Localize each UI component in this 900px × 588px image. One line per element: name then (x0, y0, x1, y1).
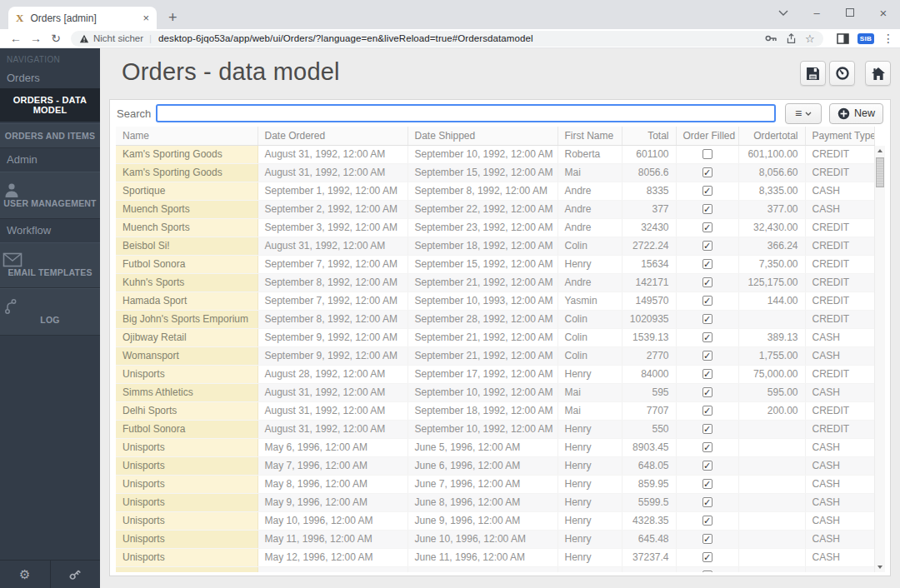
order-filled-checkbox[interactable] (702, 571, 712, 572)
key-icon (68, 566, 83, 582)
order-filled-checkbox[interactable] (702, 516, 712, 526)
back-button[interactable]: ← (6, 32, 26, 44)
side-panel-icon[interactable] (837, 33, 849, 44)
table-row[interactable]: Muench SportsSeptember 3, 1992, 12:00 AM… (116, 218, 874, 237)
window-minimize-button[interactable]: – (800, 0, 833, 25)
order-filled-checkbox[interactable] (702, 204, 712, 214)
table-row[interactable]: UnisportsMay 10, 1996, 12:00 AMJune 9, 1… (116, 511, 874, 530)
order-filled-checkbox[interactable] (702, 186, 712, 196)
order-filled-checkbox[interactable] (702, 369, 712, 379)
order-filled-checkbox[interactable] (702, 351, 712, 361)
table-row[interactable]: UnisportsMay 11, 1996, 12:00 AMJune 10, … (116, 530, 874, 548)
sidebar-item-workflow[interactable]: Workflow (0, 221, 100, 241)
sidebar-item-email-templates[interactable]: EMAIL TEMPLATES (0, 242, 100, 288)
column-header-ordertotal[interactable]: Ordertotal (738, 127, 805, 145)
table-row[interactable]: WomansportSeptember 9, 1992, 12:00 AMSep… (116, 346, 874, 365)
table-row[interactable]: Kuhn's SportsSeptember 8, 1992, 12:00 AM… (116, 273, 874, 292)
table-row[interactable]: Futbol SonoraSeptember 7, 1992, 12:00 AM… (116, 255, 874, 273)
table-row[interactable]: Hamada SportSeptember 7, 1992, 12:00 AMS… (116, 292, 874, 310)
cell-date-shipped: September 21, 1992, 12:00 AM (408, 346, 558, 365)
sidebar-item-log[interactable]: LOG (0, 288, 100, 336)
extension-badge[interactable]: SIB (858, 33, 874, 44)
home-button[interactable] (865, 61, 891, 86)
vertical-scrollbar[interactable] (874, 146, 885, 572)
table-row[interactable]: UnisportsMay 7, 1996, 12:00 AMJune 6, 19… (116, 456, 874, 475)
sidebar-item-orders-data-model[interactable]: ORDERS - DATA MODEL (0, 88, 100, 122)
scroll-up-arrow-icon[interactable] (875, 146, 885, 156)
settings-button[interactable]: ⚙ (0, 561, 51, 588)
forward-button[interactable]: → (26, 32, 46, 44)
column-header-payment-type[interactable]: Payment Type (805, 127, 874, 145)
order-filled-checkbox[interactable] (702, 497, 712, 507)
table-row[interactable]: UnisportsMay 12, 1996, 12:00 AMJune 11, … (116, 548, 874, 566)
save-button[interactable] (800, 61, 826, 86)
cell-name: Womansport (116, 346, 258, 365)
table-row[interactable]: Ojibway RetailSeptember 9, 1992, 12:00 A… (116, 328, 874, 346)
order-filled-checkbox[interactable] (702, 259, 712, 269)
sidebar-item-orders-and-items[interactable]: ORDERS AND ITEMS (0, 123, 100, 148)
order-filled-checkbox[interactable] (702, 277, 712, 287)
reload-button[interactable]: ↻ (46, 32, 66, 44)
browser-menu-icon[interactable]: ⋮ (882, 32, 894, 45)
order-filled-checkbox[interactable] (702, 314, 712, 324)
window-maximize-button[interactable] (833, 0, 867, 25)
new-record-button[interactable]: New (829, 103, 883, 124)
browser-menu-chevron-icon[interactable] (767, 0, 800, 25)
column-header-date-ordered[interactable]: Date Ordered (258, 127, 408, 145)
scrollbar-thumb[interactable] (876, 157, 884, 187)
column-header-date-shipped[interactable]: Date Shipped (408, 127, 558, 145)
window-close-button[interactable]: × (867, 0, 900, 25)
order-filled-checkbox[interactable] (702, 534, 712, 544)
order-filled-checkbox[interactable] (702, 149, 712, 159)
table-row[interactable]: Futbol SonoraAugust 31, 1992, 12:00 AMSe… (116, 420, 874, 438)
order-filled-checkbox[interactable] (702, 222, 712, 232)
order-filled-checkbox[interactable] (702, 424, 712, 434)
table-row[interactable]: UnisportsAugust 28, 1992, 12:00 AMSeptem… (116, 365, 874, 383)
column-header-first-name[interactable]: First Name (558, 127, 622, 145)
table-row[interactable]: Big John's Sports EmporiumSeptember 8, 1… (116, 310, 874, 328)
bookmark-star-icon[interactable]: ☆ (805, 32, 815, 45)
table-row[interactable]: Delhi SportsAugust 31, 1992, 12:00 AMSep… (116, 401, 874, 420)
new-tab-button[interactable]: + (168, 7, 178, 29)
table-row[interactable] (116, 566, 874, 572)
order-filled-checkbox[interactable] (702, 332, 712, 342)
order-filled-checkbox[interactable] (702, 479, 712, 489)
share-icon[interactable] (786, 33, 797, 44)
table-row[interactable]: UnisportsMay 6, 1996, 12:00 AMJune 5, 19… (116, 438, 874, 456)
url-text[interactable]: desktop-6jqo53a/app/web/ui/Orders/?langu… (158, 33, 757, 43)
order-filled-checkbox[interactable] (702, 296, 712, 306)
order-filled-checkbox[interactable] (702, 406, 712, 416)
order-filled-checkbox[interactable] (702, 241, 712, 251)
column-header-order-filled[interactable]: Order Filled (676, 127, 738, 145)
password-key-icon[interactable] (765, 34, 778, 42)
sidebar-item-user-management[interactable]: USER MANAGEMENT (0, 172, 100, 219)
security-label[interactable]: Nicht sicher (93, 33, 143, 43)
sidebar-item-orders[interactable]: Orders (0, 68, 100, 88)
table-row[interactable]: Beisbol Si!August 31, 1992, 12:00 AMSept… (116, 237, 874, 255)
header-buttons (800, 61, 891, 86)
table-row[interactable]: Simms AthleticsAugust 31, 1992, 12:00 AM… (116, 383, 874, 401)
list-menu-button[interactable]: ≡ (785, 103, 822, 124)
security-key-button[interactable] (51, 561, 101, 588)
order-filled-checkbox[interactable] (702, 167, 712, 177)
scroll-down-arrow-icon[interactable] (875, 562, 885, 572)
table-row[interactable]: SportiqueSeptember 1, 1992, 12:00 AMSept… (116, 182, 874, 200)
order-filled-checkbox[interactable] (702, 387, 712, 397)
cell-date-shipped: September 10, 1992, 12:00 AM (408, 383, 558, 401)
table-row[interactable]: UnisportsMay 9, 1996, 12:00 AMJune 8, 19… (116, 493, 874, 511)
column-header-total[interactable]: Total (622, 127, 676, 145)
table-row[interactable]: Kam's Sporting GoodsAugust 31, 1992, 12:… (116, 163, 874, 182)
sidebar-item-admin[interactable]: Admin (0, 150, 100, 170)
history-button[interactable] (829, 61, 855, 86)
browser-tab[interactable]: X Orders [admin] × (8, 7, 157, 29)
address-bar[interactable]: Nicht sicher | desktop-6jqo53a/app/web/u… (71, 31, 823, 47)
table-row[interactable]: UnisportsMay 8, 1996, 12:00 AMJune 7, 19… (116, 475, 874, 493)
table-row[interactable]: Muench SportsSeptember 2, 1992, 12:00 AM… (116, 200, 874, 218)
order-filled-checkbox[interactable] (702, 442, 712, 452)
search-input[interactable] (156, 104, 776, 122)
table-row[interactable]: Kam's Sporting GoodsAugust 31, 1992, 12:… (116, 145, 874, 163)
order-filled-checkbox[interactable] (702, 461, 712, 471)
order-filled-checkbox[interactable] (702, 552, 712, 562)
column-header-name[interactable]: Name (116, 127, 258, 145)
tab-close-icon[interactable]: × (142, 12, 149, 23)
